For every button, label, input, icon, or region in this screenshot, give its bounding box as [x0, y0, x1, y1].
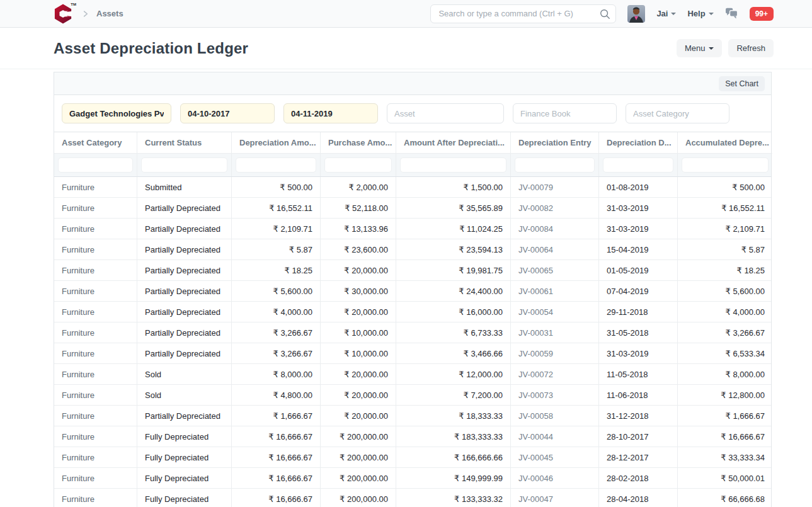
journal-entry-link[interactable]: JV-00047 [518, 494, 553, 504]
journal-entry-link[interactable]: JV-00045 [518, 453, 553, 462]
column-filter-input[interactable] [58, 157, 133, 173]
table-cell: 31-03-2019 [599, 219, 678, 239]
table-cell: Partially Depreciated [137, 302, 232, 322]
user-avatar[interactable] [627, 5, 645, 23]
journal-entry-link[interactable]: JV-00054 [518, 307, 553, 317]
column-filter-input[interactable] [324, 157, 392, 173]
user-menu[interactable]: Jai [656, 9, 676, 18]
table-cell: Furniture [54, 260, 137, 280]
table-cell: 31-03-2019 [599, 198, 678, 218]
table-cell: Fully Depreciated [137, 447, 232, 467]
table-cell: Partially Depreciated [137, 343, 232, 363]
table-cell: JV-00054 [511, 302, 599, 322]
chevron-right-icon [81, 9, 90, 18]
table-cell: ₹ 2,000.00 [321, 177, 396, 197]
column-header[interactable]: Asset Category [54, 132, 137, 154]
journal-entry-link[interactable]: JV-00061 [518, 287, 553, 296]
table-cell: Furniture [54, 198, 137, 218]
breadcrumb[interactable]: Assets [96, 9, 123, 18]
journal-entry-link[interactable]: JV-00073 [518, 390, 553, 400]
table-cell: ₹ 4,000.00 [678, 302, 772, 322]
table-cell: Furniture [54, 447, 137, 467]
column-header[interactable]: Depreciation Amo... [232, 132, 321, 154]
table-row: FurniturePartially Depreciated₹ 3,266.67… [54, 322, 771, 343]
journal-entry-link[interactable]: JV-00059 [518, 349, 553, 358]
table-cell: 31-05-2018 [599, 322, 678, 343]
table-cell: ₹ 5.87 [678, 239, 772, 259]
table-cell: ₹ 12,800.00 [678, 385, 772, 405]
table-cell: ₹ 8,000.00 [678, 364, 772, 384]
column-filter-input[interactable] [236, 157, 316, 173]
table-cell: ₹ 50,000.01 [678, 468, 772, 488]
journal-entry-link[interactable]: JV-00058 [518, 411, 553, 421]
notification-badge[interactable]: 99+ [750, 7, 774, 21]
table-cell: Sold [137, 385, 232, 405]
table-cell: 11-05-2018 [599, 364, 678, 384]
table-cell: 01-08-2019 [599, 177, 678, 197]
help-menu[interactable]: Help [687, 9, 713, 18]
column-filter-input[interactable] [603, 157, 673, 173]
table-cell: JV-00044 [511, 426, 599, 447]
table-cell: Furniture [54, 426, 137, 447]
chat-button[interactable] [725, 8, 738, 20]
from-date-filter[interactable] [180, 103, 275, 123]
table-cell: Partially Depreciated [137, 239, 232, 259]
journal-entry-link[interactable]: JV-00079 [518, 183, 553, 192]
table-cell: ₹ 3,466.66 [396, 343, 511, 363]
menu-button[interactable]: Menu [677, 39, 723, 57]
table-row: FurniturePartially Depreciated₹ 16,552.1… [54, 198, 771, 219]
table-row: FurnitureFully Depreciated₹ 16,666.67₹ 2… [54, 447, 771, 468]
table-cell: JV-00079 [511, 177, 599, 197]
column-header[interactable]: Current Status [137, 132, 232, 154]
filter-cell [54, 154, 137, 176]
table-cell: ₹ 16,552.11 [232, 198, 321, 218]
table-cell: 28-02-2018 [599, 468, 678, 488]
table-row: FurniturePartially Depreciated₹ 5,600.00… [54, 281, 771, 302]
asset-filter[interactable] [387, 103, 504, 123]
table-body: FurnitureSubmitted₹ 500.00₹ 2,000.00₹ 1,… [54, 177, 771, 507]
search-input[interactable] [430, 4, 616, 23]
filter-cell [396, 154, 511, 176]
journal-entry-link[interactable]: JV-00044 [518, 432, 553, 441]
asset-category-filter[interactable] [626, 103, 729, 123]
table-cell: 07-04-2019 [599, 281, 678, 301]
journal-entry-link[interactable]: JV-00065 [518, 266, 553, 275]
table-cell: ₹ 200,000.00 [321, 489, 396, 507]
table-cell: ₹ 5,600.00 [678, 281, 772, 301]
table-cell: ₹ 10,000.00 [321, 322, 396, 343]
column-header[interactable]: Depreciation Entry [511, 132, 599, 154]
column-header[interactable]: Amount After Depreciati... [396, 132, 511, 154]
refresh-button[interactable]: Refresh [728, 39, 774, 57]
table-cell: Partially Depreciated [137, 260, 232, 280]
table-cell: JV-00046 [511, 468, 599, 488]
journal-entry-link[interactable]: JV-00046 [518, 474, 553, 483]
set-chart-button[interactable]: Set Chart [719, 76, 765, 91]
finance-book-filter[interactable] [513, 103, 617, 123]
table-cell: JV-00058 [511, 406, 599, 426]
column-header[interactable]: Purchase Amo... [321, 132, 396, 154]
journal-entry-link[interactable]: JV-00084 [518, 224, 553, 234]
company-filter[interactable] [62, 103, 171, 123]
journal-entry-link[interactable]: JV-00031 [518, 328, 553, 338]
column-filter-input[interactable] [682, 157, 769, 173]
table-cell: Furniture [54, 385, 137, 405]
table-cell: Partially Depreciated [137, 322, 232, 343]
column-header[interactable]: Accumulated Depre... [678, 132, 772, 154]
journal-entry-link[interactable]: JV-00082 [518, 203, 553, 213]
journal-entry-link[interactable]: JV-00072 [518, 370, 553, 379]
table-cell: Partially Depreciated [137, 281, 232, 301]
journal-entry-link[interactable]: JV-00064 [518, 245, 553, 254]
app-logo[interactable]: TM [54, 4, 75, 24]
trademark-label: TM [71, 3, 76, 6]
to-date-filter[interactable] [283, 103, 378, 123]
table-cell: ₹ 149,999.99 [396, 468, 511, 488]
column-filter-input[interactable] [515, 157, 595, 173]
table-cell: ₹ 1,666.67 [678, 406, 772, 426]
global-search [430, 4, 616, 23]
column-filter-input[interactable] [141, 157, 227, 173]
column-filter-input[interactable] [400, 157, 506, 173]
table-cell: ₹ 8,000.00 [232, 364, 321, 384]
table-cell: ₹ 5,600.00 [232, 281, 321, 301]
table-cell: ₹ 23,600.00 [321, 239, 396, 259]
column-header[interactable]: Depreciation D... [599, 132, 678, 154]
